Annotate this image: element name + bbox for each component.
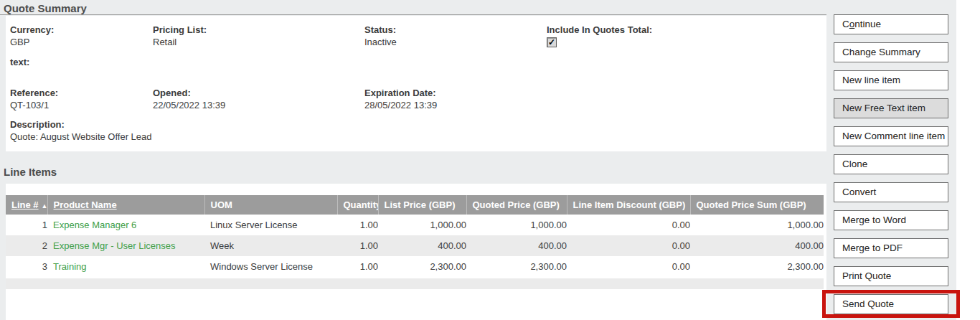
line-number: 3 <box>6 256 47 277</box>
quoted-price-cell: 400.00 <box>466 235 567 256</box>
product-link[interactable]: Expense Manager 6 <box>53 220 136 230</box>
new-comment-line-item-button[interactable]: New Comment line item <box>834 126 948 146</box>
currency-label: Currency: <box>10 24 54 36</box>
table-row: 3 Training Windows Server License 1.00 2… <box>6 256 824 277</box>
quoted-price-cell: 2,300.00 <box>466 256 567 277</box>
uom-cell: Windows Server License <box>204 256 337 277</box>
line-items-panel: Line #▲ Product Name UOM Quantity List P… <box>6 184 826 320</box>
send-quote-button[interactable]: Send Quote <box>834 294 948 314</box>
discount-cell: 0.00 <box>567 215 690 235</box>
include-in-quotes-total-checkbox[interactable]: ✓ <box>547 37 557 47</box>
line-number: 2 <box>6 235 47 256</box>
text-label: text: <box>10 56 29 68</box>
new-line-item-button[interactable]: New line item <box>834 70 948 90</box>
column-header-quoted-price-sum: Quoted Price Sum (GBP) <box>690 195 824 215</box>
product-name-cell: Training <box>47 256 204 277</box>
field-description: Description: Quote: August Website Offer… <box>10 118 152 143</box>
quantity-cell: 1.00 <box>337 235 378 256</box>
status-label: Status: <box>364 24 397 36</box>
column-header-product-name[interactable]: Product Name <box>47 195 204 215</box>
field-pricing-list: Pricing List: Retail <box>153 24 207 48</box>
field-status: Status: Inactive <box>364 24 397 48</box>
reference-label: Reference: <box>10 87 58 99</box>
description-label: Description: <box>10 118 152 131</box>
action-button-sidebar: Continue Change Summary New line item Ne… <box>834 14 950 320</box>
merge-to-pdf-button[interactable]: Merge to PDF <box>834 238 948 258</box>
discount-cell: 0.00 <box>567 256 690 277</box>
field-currency: Currency: GBP <box>10 24 54 48</box>
field-text: text: <box>10 56 29 68</box>
product-name-cell: Expense Mgr - User Licenses <box>47 235 204 256</box>
quantity-cell: 1.00 <box>337 215 378 235</box>
line-items-table: Line #▲ Product Name UOM Quantity List P… <box>6 195 824 277</box>
quoted-price-sum-cell: 400.00 <box>690 235 824 256</box>
sort-asc-icon: ▲ <box>42 202 47 210</box>
status-value: Inactive <box>364 36 397 48</box>
field-reference: Reference: QT-103/1 <box>10 87 58 111</box>
quote-summary-panel: Currency: GBP Pricing List: Retail Statu… <box>6 16 826 151</box>
pricing-list-value: Retail <box>153 36 207 48</box>
checkmark-icon: ✓ <box>548 37 555 47</box>
line-number: 1 <box>6 215 47 235</box>
field-include-in-quotes-total: Include In Quotes Total: ✓ <box>547 24 652 48</box>
opened-value: 22/05/2022 13:39 <box>153 99 225 111</box>
opened-label: Opened: <box>153 87 225 99</box>
table-row: 2 Expense Mgr - User Licenses Week 1.00 … <box>6 235 824 256</box>
list-price-cell: 1,000.00 <box>378 215 466 235</box>
discount-cell: 0.00 <box>567 235 690 256</box>
field-expiration-date: Expiration Date: 28/05/2022 13:39 <box>364 87 437 111</box>
column-header-line-item-discount: Line Item Discount (GBP) <box>567 195 690 215</box>
continue-button[interactable]: Continue <box>834 14 948 34</box>
column-header-quoted-price: Quoted Price (GBP) <box>466 195 567 215</box>
quote-summary-header: Quote Summary <box>0 0 826 15</box>
quoted-price-cell: 1,000.00 <box>466 215 567 235</box>
change-summary-button[interactable]: Change Summary <box>834 42 948 62</box>
list-price-cell: 2,300.00 <box>378 256 466 277</box>
product-link[interactable]: Training <box>53 261 86 272</box>
table-header-row: Line #▲ Product Name UOM Quantity List P… <box>6 195 824 215</box>
new-free-text-item-button[interactable]: New Free Text item <box>834 98 948 118</box>
currency-value: GBP <box>10 36 54 48</box>
continue-label-rest: ntinue <box>854 19 881 29</box>
sort-line-number-link[interactable]: Line # <box>11 199 39 210</box>
uom-cell: Linux Server License <box>204 215 337 235</box>
line-items-title: Line Items <box>4 166 57 178</box>
pricing-list-label: Pricing List: <box>153 24 207 36</box>
column-header-uom: UOM <box>204 195 337 215</box>
table-footer-strip <box>6 278 824 289</box>
column-header-quantity: Quantity <box>337 195 378 215</box>
print-quote-button[interactable]: Print Quote <box>834 266 948 286</box>
column-header-list-price: List Price (GBP) <box>378 195 466 215</box>
reference-value: QT-103/1 <box>10 99 58 111</box>
include-in-quotes-total-label: Include In Quotes Total: <box>547 24 652 36</box>
sort-product-name-link[interactable]: Product Name <box>54 199 117 210</box>
uom-cell: Week <box>204 235 337 256</box>
product-link[interactable]: Expense Mgr - User Licenses <box>53 240 176 251</box>
product-name-cell: Expense Manager 6 <box>47 215 204 235</box>
clone-button[interactable]: Clone <box>834 154 948 174</box>
page-title: Quote Summary <box>4 2 826 14</box>
column-header-line-number[interactable]: Line #▲ <box>6 195 47 215</box>
quoted-price-sum-cell: 1,000.00 <box>690 215 824 235</box>
continue-label-pre: C <box>842 19 849 29</box>
expiration-date-label: Expiration Date: <box>364 87 437 99</box>
field-opened: Opened: 22/05/2022 13:39 <box>153 87 225 111</box>
convert-button[interactable]: Convert <box>834 182 948 202</box>
merge-to-word-button[interactable]: Merge to Word <box>834 210 948 230</box>
quoted-price-sum-cell: 2,300.00 <box>690 256 824 277</box>
expiration-date-value: 28/05/2022 13:39 <box>364 99 437 111</box>
quantity-cell: 1.00 <box>337 256 378 277</box>
list-price-cell: 400.00 <box>378 235 466 256</box>
description-value: Quote: August Website Offer Lead <box>10 131 152 143</box>
table-row: 1 Expense Manager 6 Linux Server License… <box>6 215 824 235</box>
